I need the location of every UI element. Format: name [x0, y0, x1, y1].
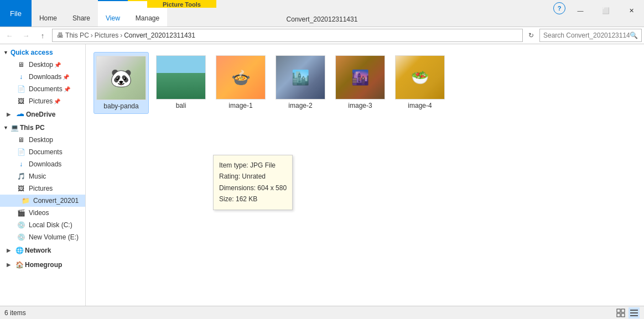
- sidebar: ▼ Quick access 🖥 Desktop 📌 ↓ Downloads 📌…: [0, 44, 86, 306]
- sidebar-item-music-pc[interactable]: 🎵 Music: [0, 170, 85, 182]
- search-input[interactable]: [543, 32, 630, 39]
- pin-icon3: 📌: [64, 86, 70, 92]
- breadcrumb[interactable]: 🖶 This PC › Pictures › Convert_202012311…: [52, 29, 523, 42]
- sidebar-label-pictures-qa: Pictures: [29, 97, 53, 105]
- quick-access-arrow: ▼: [3, 50, 8, 55]
- close-button[interactable]: ✕: [619, 2, 644, 19]
- quick-access-label: Quick access: [11, 49, 53, 56]
- search-icon: 🔍: [630, 32, 638, 39]
- svg-rect-3: [621, 313, 625, 317]
- sidebar-label-convert: Convert_20201: [33, 197, 79, 205]
- drive-e-icon: 💿: [15, 233, 27, 242]
- filename-bali: bali: [176, 102, 186, 109]
- up-button[interactable]: ↑: [35, 28, 50, 43]
- sidebar-section-network[interactable]: ▶ 🌐 Network: [0, 243, 85, 258]
- drive-c-icon: 💿: [15, 221, 27, 229]
- window-title: Convert_202012311431: [287, 15, 358, 23]
- sidebar-item-downloads-qa[interactable]: ↓ Downloads 📌: [0, 71, 85, 83]
- sidebar-label-downloads-qa: Downloads: [29, 73, 61, 81]
- file-item-image4[interactable]: image-4: [392, 52, 448, 114]
- sidebar-section-onedrive[interactable]: ▶ OneDrive: [0, 107, 85, 122]
- breadcrumb-convert[interactable]: Convert_202012311431: [124, 32, 195, 39]
- minimize-button[interactable]: —: [568, 2, 593, 19]
- thispc-label: This PC: [20, 124, 45, 132]
- status-right: [615, 307, 640, 318]
- videos-icon: 🎬: [15, 208, 27, 217]
- grid-view-button[interactable]: [615, 307, 626, 318]
- main-area: ▼ Quick access 🖥 Desktop 📌 ↓ Downloads 📌…: [0, 44, 644, 306]
- details-view-button[interactable]: [629, 307, 640, 318]
- thumbnail-bali: [156, 55, 206, 100]
- refresh-button[interactable]: ↻: [525, 29, 537, 41]
- sidebar-section-homegroup[interactable]: ▶ 🏠 Homegroup: [0, 258, 85, 272]
- sidebar-item-downloads-pc[interactable]: ↓ Downloads: [0, 158, 85, 170]
- homegroup-icon: 🏠: [15, 261, 24, 269]
- file-item-image2[interactable]: image-2: [273, 52, 328, 114]
- file-item-image3[interactable]: image-3: [333, 52, 388, 114]
- svg-rect-1: [621, 309, 625, 312]
- tab-share[interactable]: Share: [65, 0, 98, 27]
- picture-tools-label: Picture Tools: [147, 0, 216, 8]
- desktop-icon: 🖥: [15, 60, 27, 69]
- sidebar-label-documents-qa: Documents: [29, 85, 63, 93]
- thumbnail-image2: [276, 55, 325, 100]
- network-icon: 🌐: [15, 247, 24, 254]
- sidebar-item-pictures-qa[interactable]: 🖼 Pictures 📌: [0, 95, 85, 107]
- filename-image1: image-1: [228, 102, 252, 109]
- filename-image4: image-4: [408, 102, 432, 109]
- documents-pc-icon: 📄: [15, 148, 27, 156]
- help-button[interactable]: ?: [553, 2, 565, 14]
- tab-view[interactable]: View: [98, 0, 128, 27]
- breadcrumb-thispc[interactable]: 🖶 This PC: [57, 32, 89, 39]
- pictures-pc-icon: 🖼: [15, 184, 27, 193]
- network-arrow: ▶: [3, 245, 13, 255]
- onedrive-label: [15, 111, 26, 118]
- sep1: ›: [91, 32, 93, 39]
- thumbnail-image4: [395, 55, 445, 100]
- sidebar-item-desktop-pc[interactable]: 🖥 Desktop: [0, 134, 85, 146]
- sidebar-item-local-disk-c[interactable]: 💿 Local Disk (C:): [0, 219, 85, 231]
- sidebar-label-documents-pc: Documents: [29, 148, 63, 156]
- sidebar-item-desktop-qa[interactable]: 🖥 Desktop 📌: [0, 59, 85, 71]
- item-count: 6 items: [4, 309, 26, 317]
- title-bar: File Picture Tools Home Share View Manag…: [0, 0, 644, 27]
- sidebar-label-videos: Videos: [29, 209, 49, 217]
- svg-rect-5: [630, 312, 638, 313]
- file-item-baby-panda[interactable]: baby-panda: [94, 52, 149, 114]
- music-icon: 🎵: [15, 172, 27, 181]
- file-item-bali[interactable]: bali: [153, 52, 209, 114]
- sidebar-section-quick-access[interactable]: ▼ Quick access: [0, 46, 85, 59]
- file-tab[interactable]: File: [0, 0, 32, 27]
- tooltip-line-3: Dimensions: 604 x 580: [219, 182, 287, 194]
- tooltip-line-4: Size: 162 KB: [219, 194, 287, 205]
- sidebar-label-desktop-pc: Desktop: [29, 136, 53, 144]
- tab-home[interactable]: Home: [32, 0, 65, 27]
- pin-icon: 📌: [54, 62, 61, 68]
- sidebar-item-videos-pc[interactable]: 🎬 Videos: [0, 207, 85, 219]
- sidebar-item-documents-qa[interactable]: 📄 Documents 📌: [0, 83, 85, 95]
- tooltip-line-2: Rating: Unrated: [219, 171, 287, 182]
- downloads-pc-icon: ↓: [15, 160, 27, 169]
- svg-rect-6: [630, 315, 638, 316]
- sidebar-section-thispc[interactable]: ▼ 💻 This PC: [0, 122, 85, 134]
- sidebar-item-pictures-pc[interactable]: 🖼 Pictures: [0, 182, 85, 195]
- sidebar-label-pictures-pc: Pictures: [29, 185, 53, 192]
- sidebar-label-downloads-pc: Downloads: [29, 160, 61, 168]
- window-controls: ? — ⬜ ✕: [553, 0, 644, 27]
- sidebar-item-convert-folder[interactable]: 📁 Convert_20201: [0, 195, 85, 207]
- file-item-image1[interactable]: image-1: [213, 52, 268, 114]
- sep2: ›: [120, 32, 122, 39]
- search-box[interactable]: 🔍: [539, 29, 642, 42]
- tooltip-line-1: Item type: JPG File: [219, 160, 287, 171]
- sidebar-item-new-volume-e[interactable]: 💿 New Volume (E:): [0, 231, 85, 243]
- sidebar-item-documents-pc[interactable]: 📄 Documents: [0, 146, 85, 158]
- homegroup-arrow: ▶: [3, 260, 13, 270]
- breadcrumb-pictures[interactable]: Pictures: [95, 32, 118, 39]
- thumbnail-image1: [216, 55, 266, 100]
- sidebar-label-desktop-qa: Desktop: [29, 61, 53, 69]
- address-bar: ← → ↑ 🖶 This PC › Pictures › Convert_202…: [0, 27, 644, 44]
- back-button: ←: [2, 28, 17, 43]
- content-area: baby-panda bali image-1 image-2 image-3: [86, 44, 644, 306]
- maximize-button[interactable]: ⬜: [593, 2, 619, 19]
- filename-image3: image-3: [348, 102, 372, 109]
